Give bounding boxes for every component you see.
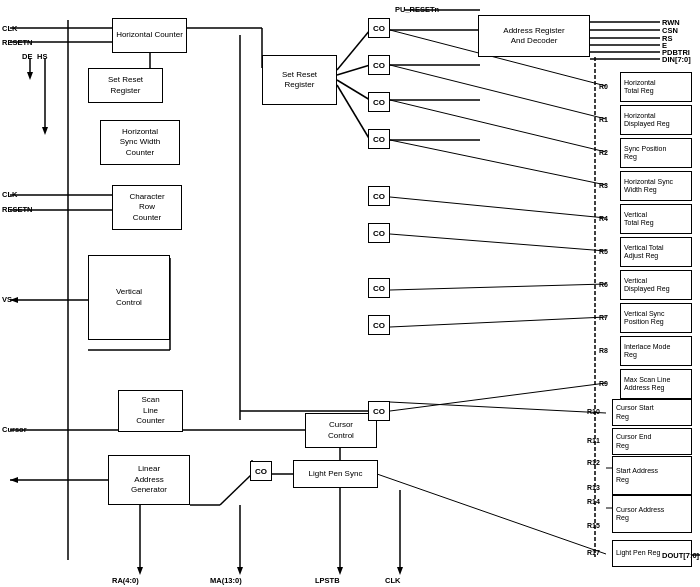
- r4-id: R4: [599, 215, 608, 223]
- r3-id: R3: [599, 182, 608, 190]
- r2-id: R2: [599, 149, 608, 157]
- r7-id: R7: [599, 314, 608, 322]
- light-pen-sync-block: Light Pen Sync: [293, 460, 378, 488]
- svg-line-40: [390, 383, 606, 411]
- de-label: DE: [22, 52, 32, 61]
- set-reset-left-label: Set ResetRegister: [108, 75, 143, 96]
- r14-label: Cursor AddressReg: [616, 506, 664, 523]
- r9-label: Max Scan LineAddress Reg: [624, 376, 670, 393]
- set-reset-register-left-block: Set ResetRegister: [88, 68, 163, 103]
- r8-id: R8: [599, 347, 608, 355]
- co1-block: CO: [368, 18, 390, 38]
- r7-label: Vertical SyncPosition Reg: [624, 310, 664, 327]
- r17-label: Light Pen Reg: [616, 549, 660, 557]
- co10-label: CO: [255, 467, 267, 476]
- r8-label: Interlace ModeReg: [624, 343, 670, 360]
- co2-block: CO: [368, 55, 390, 75]
- svg-line-34: [390, 197, 606, 218]
- ma-label: MA(13:0): [210, 576, 242, 585]
- co3-block: CO: [368, 92, 390, 112]
- hsync-width-counter-block: HorizontalSync WidthCounter: [100, 120, 180, 165]
- svg-line-17: [337, 85, 370, 140]
- co8-block: CO: [368, 315, 390, 335]
- svg-line-15: [337, 65, 370, 75]
- r13-id: R13: [587, 484, 600, 492]
- hs-label: HS: [37, 52, 47, 61]
- r7-reg: R7 Vertical SyncPosition Reg: [620, 303, 692, 333]
- vs-label: VS: [2, 295, 12, 304]
- svg-line-36: [390, 284, 606, 290]
- co6-block: CO: [368, 223, 390, 243]
- hsync-width-label: HorizontalSync WidthCounter: [120, 127, 160, 158]
- lpstb-label: LPSTB: [315, 576, 340, 585]
- svg-line-14: [337, 30, 370, 70]
- resetn-top-label: RESETN: [2, 38, 32, 47]
- svg-marker-55: [397, 567, 403, 575]
- r14-id: R14: [587, 498, 600, 506]
- r8-reg: R8 Interlace ModeReg: [620, 336, 692, 366]
- r11-label: Cursor EndReg: [616, 433, 651, 450]
- co9-block: CO: [368, 401, 390, 421]
- co2-label: CO: [373, 61, 385, 70]
- co4-label: CO: [373, 135, 385, 144]
- r17-id: R17: [587, 549, 600, 557]
- co5-label: CO: [373, 192, 385, 201]
- svg-line-44: [220, 474, 252, 505]
- din-label: DIN[7:0]: [662, 55, 691, 64]
- co3-label: CO: [373, 98, 385, 107]
- cursor-control-label: CursorControl: [328, 420, 354, 441]
- r2-reg: R2 Sync PositionReg: [620, 138, 692, 168]
- r9-id: R9: [599, 380, 608, 388]
- co6-label: CO: [373, 229, 385, 238]
- clk-top-label: CLK: [2, 24, 17, 33]
- r3-reg: R3 Horizontal SyncWidth Reg: [620, 171, 692, 201]
- r14-r15-reg: R14 R15 Cursor AddressReg: [612, 495, 692, 533]
- svg-marker-42: [10, 477, 18, 483]
- r12-r13-reg: R12 R13 Start AddressReg: [612, 456, 692, 494]
- r12-label: Start AddressReg: [616, 467, 658, 484]
- svg-marker-53: [337, 567, 343, 575]
- svg-line-38: [390, 402, 606, 413]
- vertical-control-label: VerticalControl: [116, 287, 142, 308]
- svg-line-45: [377, 474, 606, 554]
- co7-label: CO: [373, 284, 385, 293]
- co1-label: CO: [373, 24, 385, 33]
- r5-id: R5: [599, 248, 608, 256]
- r11-reg: R11 Cursor EndReg: [612, 428, 692, 455]
- light-pen-sync-label: Light Pen Sync: [309, 469, 363, 479]
- r11-id: R11: [587, 437, 600, 445]
- address-reg-decoder-label: Address RegisterAnd Decoder: [503, 26, 564, 47]
- svg-line-16: [337, 80, 370, 100]
- address-register-decoder-block: Address RegisterAnd Decoder: [478, 15, 590, 57]
- scan-line-label: ScanLineCounter: [136, 395, 164, 426]
- resetn-mid-label: RESETN: [2, 205, 32, 214]
- scan-line-counter-block: ScanLineCounter: [118, 390, 183, 432]
- set-reset-right-label: Set ResetRegister: [282, 70, 317, 91]
- co9-label: CO: [373, 407, 385, 416]
- r0-id: R0: [599, 83, 608, 91]
- linear-address-label: LinearAddressGenerator: [131, 464, 167, 495]
- cursor-label: Cursor: [2, 425, 27, 434]
- set-reset-register-right-block: Set ResetRegister: [262, 55, 337, 105]
- r12-id: R12: [587, 459, 600, 467]
- co8-label: CO: [373, 321, 385, 330]
- r1-id: R1: [599, 116, 608, 124]
- r15-id: R15: [587, 522, 600, 530]
- char-row-counter-block: CharacterRowCounter: [112, 185, 182, 230]
- r0-label: HorizontalTotal Reg: [624, 79, 656, 96]
- r10-label: Cursor StartReg: [616, 404, 654, 421]
- svg-marker-51: [237, 567, 243, 575]
- r4-label: VerticalTotal Reg: [624, 211, 654, 228]
- linear-address-block: LinearAddressGenerator: [108, 455, 190, 505]
- co10-block: CO: [250, 461, 272, 481]
- svg-marker-49: [137, 567, 143, 575]
- vertical-control-block: VerticalControl: [88, 255, 170, 340]
- svg-marker-5: [42, 127, 48, 135]
- r10-reg: R10 Cursor StartReg: [612, 399, 692, 426]
- svg-line-35: [390, 234, 606, 251]
- svg-marker-3: [27, 72, 33, 80]
- svg-line-37: [390, 317, 606, 327]
- r3-label: Horizontal SyncWidth Reg: [624, 178, 673, 195]
- co4-block: CO: [368, 129, 390, 149]
- horizontal-counter-label: Horizontal Counter: [116, 30, 183, 40]
